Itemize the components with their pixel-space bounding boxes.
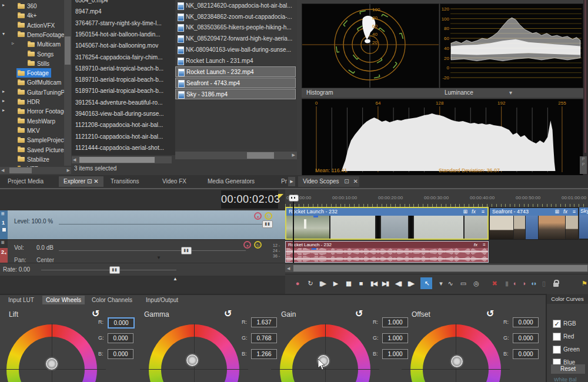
wheel-offset-r-value[interactable]: 0.000 [513,317,539,327]
file-list-scrollbar[interactable]: ◀ [72,156,172,163]
file-item[interactable]: 1950154-hot-air-balloon-landin... [72,29,175,40]
scroll-thumb[interactable] [9,167,32,173]
wheel-gamma-reset-icon[interactable]: ↺ [224,308,232,319]
scroll-left-icon[interactable]: ◀ [287,266,290,271]
timecode-display[interactable]: 00:00:02:03 [221,190,278,209]
luminance-dropdown[interactable]: Luminance ▾ [440,88,584,98]
color-tab-input-output[interactable]: Input/Output [142,296,182,304]
file-item[interactable]: 8947.mp4 [72,6,175,17]
previous-frame-button[interactable]: ◀▮ [392,277,404,289]
channel-green[interactable]: Green [553,346,588,355]
wheel-offset-g-value[interactable]: 0.000 [513,333,539,343]
clip-menu-icon[interactable]: ≡ [573,208,576,216]
pan-crop-icon[interactable]: ⊞ [554,208,559,216]
next-frame-button[interactable]: ▮▶ [405,277,416,289]
audio-clip[interactable]: Rocket Launch - 232 fx ≡ [285,241,489,263]
expand-icon[interactable]: ▸ [2,2,5,8]
delete-button[interactable]: ✖ [488,277,500,289]
wheel-gain-r-value[interactable]: 1.000 [382,317,408,327]
scroll-thumb[interactable] [247,152,274,159]
scroll-left-icon[interactable]: ◀ [73,158,76,162]
scroll-right-icon[interactable]: ▶ [67,168,70,173]
tree-item-body[interactable]: MeshWarp [16,116,58,126]
playhead-line[interactable] [293,194,294,263]
expand-icon[interactable]: ▸ [2,89,5,94]
clip-title-bar[interactable]: Seafront - 4743 ⊞ fx ≡ [490,208,578,216]
wheel-gamma-r-value[interactable]: 1.637 [251,317,277,327]
file-item[interactable]: 5189710-aerial-tropical-beach-b... [72,74,175,85]
record-button[interactable]: ● [291,277,303,289]
tab-video-fx[interactable]: Video FX [158,176,191,187]
clip-menu-icon[interactable]: ≡ [483,242,486,248]
timeline-scrollbar[interactable]: ◀ [285,264,588,272]
wheel-offset-b-value[interactable]: 0.000 [513,349,539,359]
wheel-offset-reset-icon[interactable]: ↺ [486,308,494,319]
tree-item-body[interactable]: Saved Pictures [16,145,69,155]
clip-title-bar[interactable]: Rocket Launch - 232 ⊞ fx ≡ [286,208,487,216]
track-menu-icon[interactable]: ≡ [1,239,5,246]
wheel-gain-reset-icon[interactable]: ↺ [355,308,363,319]
tab-video-scopes[interactable]: Video Scopes ⊡ ✕ [298,176,359,187]
clip-menu-icon[interactable]: ≡ [482,208,485,216]
mute-button[interactable]: ● [243,241,251,249]
pause-button[interactable]: ▮▮ [342,277,354,289]
tree-item-body[interactable]: SampleProject [16,135,68,145]
tree-item-body[interactable]: Horror Footage [16,106,69,116]
tree-item-body[interactable]: Footage [16,68,51,78]
media-item[interactable]: Seafront - 4743.mp4 [175,78,296,88]
video-clip[interactable]: Rocket Launch - 232 ⊞ fx ≡ [285,207,489,240]
expand-icon[interactable]: ▹ [12,41,14,46]
tree-item-body[interactable]: Songs [26,49,56,59]
wheel-gain-g-value[interactable]: 1.000 [382,333,408,343]
media-item[interactable]: NK_085209472-forward-high-key-aeria... [175,33,296,44]
expand-icon[interactable]: ▸ [2,108,5,113]
playhead-head[interactable] [289,195,299,202]
group-button[interactable]: ▯ [537,277,549,289]
media-item[interactable]: NK_082384862-zoom-out-cappadocia-... [175,12,296,22]
tab-explorer[interactable]: Explorer ⊡ ✕ [59,176,103,187]
play-button[interactable]: ▶ [329,277,341,289]
tree-item-golfmulticam[interactable]: GolfMulticam [0,78,71,87]
wheel-offset-puck[interactable] [451,356,463,367]
envelope-tool-button[interactable]: ∿ [444,277,456,289]
histogram-selector[interactable]: Histogram [302,88,440,98]
video-track-header[interactable]: ≡ 1 Level: 100.0 % ▮▮ ● ↻ [0,210,285,239]
loop-playback-button[interactable]: ↻ [304,277,316,289]
tree-item-body[interactable]: ActionVFX [16,21,57,30]
wheel-gamma-b-value[interactable]: 1.266 [251,349,277,359]
fx-icon[interactable]: fx [563,208,567,216]
channel-checkbox[interactable] [553,333,561,341]
scroll-thumb[interactable] [65,36,71,65]
level-slider-track[interactable] [59,224,272,224]
vol-slider-handle[interactable]: ▮▮ [181,247,192,254]
tree-item-mkv[interactable]: MKV [0,126,71,135]
tab-transitions[interactable]: Transitions [106,176,144,187]
wheel-gain-b-value[interactable]: 1.000 [382,349,408,359]
marker-button[interactable]: ⚑ [578,277,588,289]
file-item[interactable]: 1121208-cappadocia-hot-air-bal... [72,119,175,130]
file-item[interactable]: 5189710-aerial-tropical-beach-b... [72,85,175,96]
zoom-tool-button[interactable]: ◎ [470,277,482,289]
go-to-start-button[interactable]: ▮◀ [368,277,379,289]
stop-button[interactable]: ■ [355,277,366,289]
channel-rgb[interactable]: ✓RGB [553,320,588,329]
play-from-start-button[interactable]: ▮▶ [316,277,328,289]
clip-title-bar[interactable]: Rocket Launch - 232 fx ≡ [286,242,488,248]
wheel-lift-b-value[interactable]: 0.000 [108,349,133,359]
tree-item-guitartuningp[interactable]: ▸GuitarTuningP [0,88,71,97]
tree-item-sampleproject[interactable]: SampleProject [0,135,71,145]
track-menu-icon[interactable]: ≡ [1,210,5,217]
scroll-thumb[interactable] [293,265,587,272]
shortlist-scrollbar[interactable]: ▶ [175,152,297,159]
go-to-end-button[interactable]: ▶▮ [379,277,391,289]
mute-button[interactable]: ● [254,212,262,220]
scroll-right-icon[interactable]: ▶ [292,153,295,158]
level-slider-handle[interactable]: ▮▮ [262,220,273,228]
media-item[interactable]: NK_082124620-cappadocia-hot-air-bal... [175,1,296,11]
timeline-ruler[interactable]: 00:00:00:0000:00:10:0000:00:20:0000:00:3… [285,190,588,207]
file-item[interactable]: 6504_0.mp4 [72,0,175,6]
video-clip[interactable]: Sky - 3186 [579,207,588,240]
edit-tool-button[interactable]: ↖ [420,277,432,289]
tree-item-body[interactable]: GolfMulticam [16,78,64,87]
wheel-lift-g-value[interactable]: 0.000 [108,333,133,343]
